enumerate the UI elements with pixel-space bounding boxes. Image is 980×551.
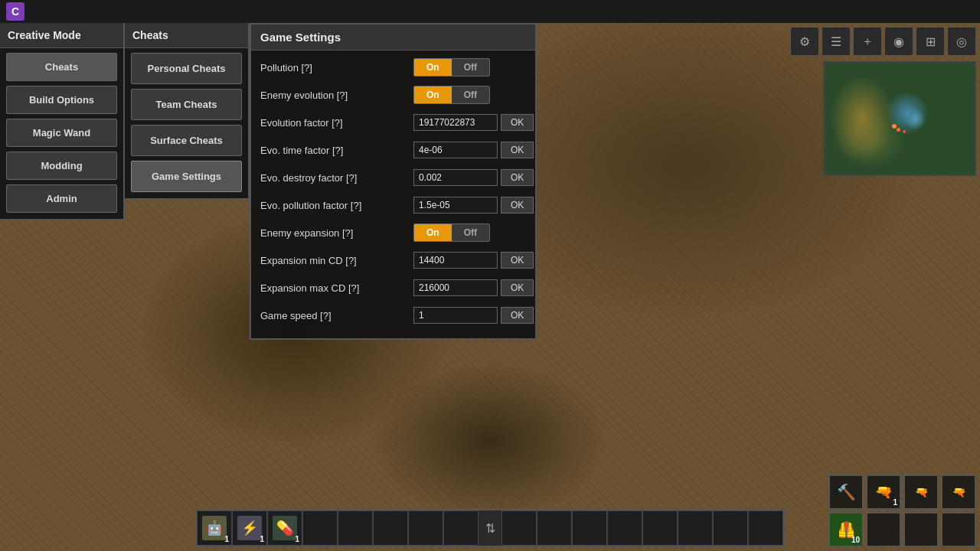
settings-toolbar-btn[interactable]: ⚙ [790, 27, 819, 56]
nav-btn-cheats[interactable]: Cheats [6, 53, 117, 81]
inv-slot-14[interactable] [713, 510, 748, 546]
setting-row-evo-pollution: Evo. pollution factor [?] OK [260, 194, 526, 216]
inv-slot-8[interactable] [501, 510, 537, 546]
equip-slot-pistol[interactable]: 🔫 [903, 474, 939, 510]
game-speed-ok-btn[interactable]: OK [501, 307, 534, 324]
inv-item-0-count: 1 [224, 535, 229, 543]
cheats-panel: Cheats Personal Cheats Team Cheats Surfa… [125, 23, 250, 200]
enemy-expansion-toggle: On Off [413, 223, 490, 242]
map-toolbar-btn[interactable]: ◉ [884, 27, 913, 56]
creative-panel: Creative Mode Cheats Build Options Magic… [0, 23, 125, 220]
cheat-btn-surface[interactable]: Surface Cheats [131, 125, 242, 156]
inv-slot-10[interactable] [572, 510, 607, 546]
app-icon: C [6, 2, 24, 21]
inv-item-1-count: 1 [260, 535, 264, 543]
inv-slot-7[interactable] [443, 510, 479, 546]
enemy-expansion-off-btn[interactable]: Off [452, 224, 489, 241]
setting-label-game-speed: Game speed [?] [260, 310, 413, 321]
nav-btn-magic-wand[interactable]: Magic Wand [6, 119, 117, 147]
setting-label-evolution-factor: Evolution factor [?] [260, 117, 413, 129]
evo-destroy-ok-btn[interactable]: OK [501, 169, 534, 186]
pollution-on-btn[interactable]: On [414, 59, 452, 76]
add-toolbar-btn[interactable]: ＋ [853, 27, 882, 56]
setting-label-evo-pollution: Evo. pollution factor [?] [260, 200, 413, 211]
inv-slot-1[interactable]: ⚡ 1 [232, 510, 267, 546]
inv-item-2-count: 1 [295, 535, 299, 543]
inventory-bar: 🤖 1 ⚡ 1 💊 1 ⇅ [195, 509, 785, 547]
evo-time-ok-btn[interactable]: OK [501, 142, 534, 158]
game-settings-panel: Game Settings Pollution [?] On Off Enemy… [250, 23, 537, 340]
expansion-min-cd-ok-btn[interactable]: OK [501, 252, 534, 269]
inv-item-1-icon: ⚡ [237, 516, 262, 540]
equip-slot-empty-1[interactable] [866, 512, 901, 547]
evo-time-input[interactable] [413, 142, 498, 158]
inv-slot-13[interactable] [678, 510, 713, 546]
setting-label-evo-destroy: Evo. destroy factor [?] [260, 172, 413, 184]
factory-toolbar-btn[interactable]: ⊞ [916, 27, 945, 56]
game-settings-content: Pollution [?] On Off Enemy evolution [?]… [251, 51, 535, 338]
enemy-evolution-off-btn[interactable]: Off [452, 86, 489, 103]
evo-pollution-input[interactable] [413, 197, 498, 214]
equip-top-row: 🔨 🔫 1 🔫 🔫 [828, 474, 976, 510]
expansion-min-cd-input[interactable] [413, 252, 498, 269]
setting-controls-evo-time: OK [413, 142, 534, 158]
inv-slot-3[interactable] [302, 510, 338, 546]
inv-slot-0[interactable]: 🤖 1 [197, 510, 232, 546]
nav-btn-admin[interactable]: Admin [6, 184, 117, 213]
enemy-evolution-on-btn[interactable]: On [414, 86, 452, 103]
setting-row-evolution-factor: Evolution factor [?] OK [260, 112, 526, 133]
setting-controls-enemy-expansion: On Off [413, 223, 490, 242]
inv-slot-6[interactable] [408, 510, 443, 546]
equip-slot-armor[interactable]: 🦺 10 [828, 512, 864, 547]
armor-count: 10 [851, 536, 860, 544]
enemy-expansion-on-btn[interactable]: On [414, 224, 452, 241]
setting-label-evo-time: Evo. time factor [?] [260, 145, 413, 156]
setting-controls-pollution: On Off [413, 58, 490, 77]
equip-slot-hammer[interactable]: 🔨 [828, 474, 864, 510]
evo-destroy-input[interactable] [413, 169, 498, 186]
evolution-factor-input[interactable] [413, 114, 498, 131]
cheats-panel-title: Cheats [125, 23, 248, 48]
inv-slot-9[interactable] [537, 510, 572, 546]
expansion-max-cd-input[interactable] [413, 279, 498, 296]
inv-item-2-icon: 💊 [273, 516, 297, 540]
cheat-btn-game-settings[interactable]: Game Settings [131, 161, 242, 192]
equip-slot-rifle[interactable]: 🔫 1 [866, 474, 901, 510]
inv-slot-5[interactable] [373, 510, 408, 546]
setting-label-expansion-min-cd: Expansion min CD [?] [260, 255, 413, 266]
pollution-off-btn[interactable]: Off [452, 59, 489, 76]
nav-btn-modding[interactable]: Modding [6, 152, 117, 180]
inv-slot-11[interactable] [607, 510, 642, 546]
inventory-arrow[interactable]: ⇅ [479, 510, 501, 546]
radar-toolbar-btn[interactable]: ◎ [947, 27, 976, 56]
setting-label-enemy-expansion: Enemy expansion [?] [260, 227, 413, 239]
equip-slot-empty-3[interactable] [941, 512, 976, 547]
minimap[interactable] [823, 61, 976, 176]
menu-toolbar-btn[interactable]: ☰ [822, 27, 851, 56]
equip-slot-empty-2[interactable] [903, 512, 939, 547]
top-bar: C [0, 0, 980, 23]
setting-controls-expansion-max-cd: OK [413, 279, 534, 296]
inv-slot-15[interactable] [748, 510, 783, 546]
pollution-toggle: On Off [413, 58, 490, 77]
setting-row-enemy-expansion: Enemy expansion [?] On Off [260, 222, 526, 243]
enemy-evolution-toggle: On Off [413, 86, 490, 104]
setting-label-pollution: Pollution [?] [260, 62, 413, 73]
setting-label-enemy-evolution: Enemy evolution [?] [260, 90, 413, 101]
equip-slot-smg[interactable]: 🔫 [941, 474, 976, 510]
expansion-max-cd-ok-btn[interactable]: OK [501, 279, 534, 296]
setting-row-game-speed: Game speed [?] OK [260, 305, 526, 326]
inv-slot-12[interactable] [642, 510, 678, 546]
inv-slot-4[interactable] [338, 510, 373, 546]
cheat-btn-personal[interactable]: Personal Cheats [131, 53, 242, 84]
game-speed-input[interactable] [413, 307, 498, 324]
nav-btn-build-options[interactable]: Build Options [6, 86, 117, 114]
inv-item-0-icon: 🤖 [202, 516, 227, 540]
game-settings-title: Game Settings [251, 24, 535, 51]
evo-pollution-ok-btn[interactable]: OK [501, 197, 534, 214]
cheat-btn-team[interactable]: Team Cheats [131, 89, 242, 120]
setting-label-expansion-max-cd: Expansion max CD [?] [260, 282, 413, 294]
inv-slot-2[interactable]: 💊 1 [267, 510, 302, 546]
evolution-factor-ok-btn[interactable]: OK [501, 114, 534, 131]
setting-row-evo-time: Evo. time factor [?] OK [260, 139, 526, 161]
